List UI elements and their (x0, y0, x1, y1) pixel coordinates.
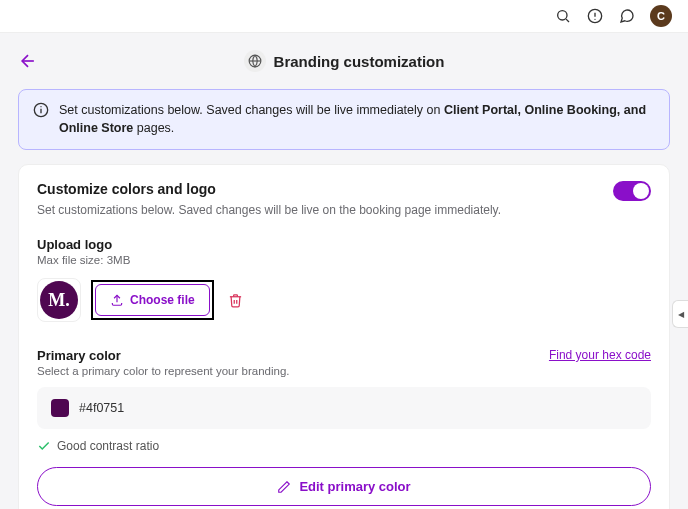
logo-image: M. (40, 281, 78, 319)
svg-point-0 (558, 11, 567, 20)
edit-button-label: Edit primary color (299, 479, 410, 494)
info-banner: Set customizations below. Saved changes … (18, 89, 670, 150)
upload-label: Upload logo (37, 237, 651, 252)
card-title: Customize colors and logo (37, 181, 501, 197)
info-icon (33, 102, 49, 137)
logo-preview: M. (37, 278, 81, 322)
chat-icon[interactable] (618, 7, 636, 25)
avatar[interactable]: C (650, 5, 672, 27)
side-drawer-toggle[interactable]: ◀ (672, 300, 688, 328)
primary-color-label: Primary color (37, 348, 289, 363)
back-button[interactable] (18, 51, 38, 71)
hex-value: #4f0751 (79, 401, 124, 415)
alert-icon[interactable] (586, 7, 604, 25)
color-swatch (51, 399, 69, 417)
delete-logo-button[interactable] (228, 293, 243, 308)
choose-file-button[interactable]: Choose file (95, 284, 210, 316)
globe-icon (244, 50, 266, 72)
contrast-status: Good contrast ratio (37, 439, 651, 453)
page-title: Branding customization (274, 53, 445, 70)
search-icon[interactable] (554, 7, 572, 25)
pencil-icon (277, 480, 291, 494)
primary-color-hint: Select a primary color to represent your… (37, 365, 289, 377)
svg-line-1 (566, 19, 569, 22)
find-hex-link[interactable]: Find your hex code (549, 348, 651, 362)
info-text: Set customizations below. Saved changes … (59, 102, 655, 137)
color-swatch-card: #4f0751 (37, 387, 651, 429)
svg-point-10 (40, 106, 41, 107)
enable-toggle[interactable] (613, 181, 651, 201)
upload-icon (110, 293, 124, 307)
card-subtitle: Set customizations below. Saved changes … (37, 203, 501, 217)
svg-point-4 (594, 19, 595, 20)
edit-primary-color-button[interactable]: Edit primary color (37, 467, 651, 506)
check-icon (37, 439, 51, 453)
customize-card: Customize colors and logo Set customizat… (18, 164, 670, 509)
upload-hint: Max file size: 3MB (37, 254, 651, 266)
choose-file-label: Choose file (130, 293, 195, 307)
